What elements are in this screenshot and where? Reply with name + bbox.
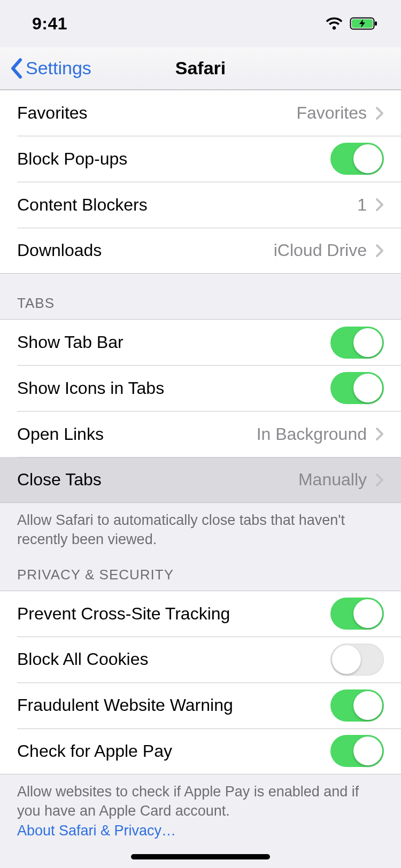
chevron-right-icon [375, 106, 384, 120]
back-button[interactable]: Settings [10, 58, 91, 79]
row-label: Content Blockers [17, 195, 357, 215]
status-time: 9:41 [32, 14, 67, 34]
group-footer-tabs: Allow Safari to automatically close tabs… [0, 503, 401, 552]
row-open-links[interactable]: Open Links In Background [0, 411, 401, 457]
row-label: Prevent Cross-Site Tracking [17, 604, 330, 624]
row-label: Open Links [17, 424, 257, 444]
row-label: Block Pop-ups [17, 149, 330, 169]
toggle-block-popups[interactable] [330, 143, 384, 175]
group-footer-privacy: Allow websites to check if Apple Pay is … [0, 774, 401, 842]
row-value: iCloud Drive [274, 241, 367, 260]
row-favorites[interactable]: Favorites Favorites [0, 90, 401, 136]
row-label: Close Tabs [17, 470, 298, 490]
row-value: In Background [257, 424, 367, 444]
row-label: Show Icons in Tabs [17, 378, 330, 398]
row-label: Fraudulent Website Warning [17, 695, 330, 715]
row-value: Favorites [296, 103, 367, 123]
row-label: Favorites [17, 103, 296, 123]
group-tabs: Show Tab Bar Show Icons in Tabs Open Lin… [0, 319, 401, 503]
row-value: 1 [357, 195, 367, 215]
row-content-blockers[interactable]: Content Blockers 1 [0, 182, 401, 228]
back-label: Settings [26, 58, 91, 79]
group-privacy: Prevent Cross-Site Tracking Block All Co… [0, 591, 401, 774]
row-label: Show Tab Bar [17, 332, 330, 352]
chevron-left-icon [10, 58, 22, 79]
row-show-tab-bar: Show Tab Bar [0, 319, 401, 365]
row-block-popups: Block Pop-ups [0, 136, 401, 182]
row-apple-pay: Check for Apple Pay [0, 728, 401, 774]
row-show-icons: Show Icons in Tabs [0, 365, 401, 411]
group-header-privacy: PRIVACY & SECURITY [0, 552, 401, 591]
row-block-cookies: Block All Cookies [0, 637, 401, 683]
group-header-tabs: TABS [0, 274, 401, 319]
row-value: Manually [298, 470, 367, 490]
row-prevent-tracking: Prevent Cross-Site Tracking [0, 591, 401, 637]
chevron-right-icon [375, 198, 384, 212]
row-close-tabs[interactable]: Close Tabs Manually [0, 457, 401, 503]
footer-text: Allow websites to check if Apple Pay is … [17, 784, 359, 819]
chevron-right-icon [375, 427, 384, 441]
toggle-prevent-tracking[interactable] [330, 598, 384, 630]
wifi-icon [325, 17, 343, 30]
battery-charging-icon [350, 16, 380, 31]
chevron-right-icon [375, 473, 384, 487]
toggle-show-icons[interactable] [330, 372, 384, 404]
row-label: Downloads [17, 241, 274, 260]
toggle-apple-pay[interactable] [330, 735, 384, 767]
toggle-fraud-warning[interactable] [330, 689, 384, 722]
nav-bar: Settings Safari [0, 47, 401, 90]
row-label: Block All Cookies [17, 649, 330, 669]
row-label: Check for Apple Pay [17, 741, 330, 761]
toggle-block-cookies[interactable] [330, 644, 384, 676]
home-indicator[interactable] [131, 854, 270, 859]
group-general: Favorites Favorites Block Pop-ups Conten… [0, 90, 401, 274]
svg-rect-1 [375, 21, 377, 26]
row-downloads[interactable]: Downloads iCloud Drive [0, 228, 401, 274]
chevron-right-icon [375, 244, 384, 258]
toggle-show-tab-bar[interactable] [330, 327, 384, 359]
about-safari-privacy-link[interactable]: About Safari & Privacy… [17, 823, 176, 839]
row-fraud-warning: Fraudulent Website Warning [0, 683, 401, 728]
status-bar: 9:41 [0, 0, 401, 47]
